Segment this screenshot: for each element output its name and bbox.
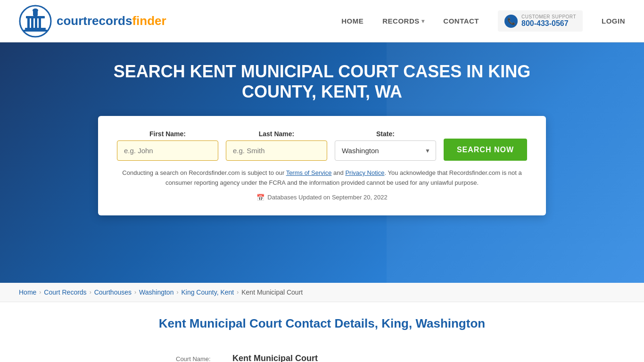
main-nav: HOME RECORDS ▾ CONTACT 📞 CUSTOMER SUPPOR… [341, 10, 625, 32]
terms-link[interactable]: Terms of Service [286, 169, 332, 176]
state-select[interactable]: AlabamaAlaskaArizonaArkansasCaliforniaCo… [335, 140, 436, 161]
first-name-input[interactable] [117, 140, 218, 161]
search-button[interactable]: SEARCH NOW [444, 139, 527, 161]
hero-title: SEARCH KENT MUNICIPAL COURT CASES IN KIN… [98, 61, 546, 102]
breadcrumb-sep-1: › [39, 289, 41, 296]
svg-rect-3 [26, 16, 45, 18]
customer-support[interactable]: 📞 CUSTOMER SUPPORT 800-433-0567 [498, 10, 583, 32]
site-header: courtrecordsfinder HOME RECORDS ▾ CONTAC… [0, 0, 644, 42]
state-group: State: AlabamaAlaskaArizonaArkansasCalif… [335, 130, 436, 161]
svg-rect-7 [39, 18, 41, 28]
nav-records[interactable]: RECORDS ▾ [382, 17, 424, 25]
info-table: Court Name: Kent Municipal Court State: … [176, 345, 468, 362]
privacy-link[interactable]: Privacy Notice [345, 169, 384, 176]
last-name-group: Last Name: [226, 130, 327, 161]
search-fields: First Name: Last Name: State: AlabamaAla… [117, 130, 527, 161]
nav-home[interactable]: HOME [341, 17, 363, 25]
svg-rect-5 [31, 18, 33, 28]
breadcrumb-sep-4: › [176, 289, 178, 296]
first-name-group: First Name: [117, 130, 218, 161]
breadcrumb-sep-2: › [90, 289, 91, 296]
svg-rect-6 [35, 18, 37, 28]
court-name-label: Court Name: [176, 355, 228, 362]
svg-point-2 [33, 8, 38, 12]
breadcrumb-king-county[interactable]: King County, Kent [181, 288, 234, 296]
support-icon: 📞 [504, 15, 518, 28]
disclaimer-text: Conducting a search on Recordsfinder.com… [117, 168, 527, 188]
last-name-label: Last Name: [226, 130, 327, 138]
breadcrumb: Home › Court Records › Courthouses › Was… [0, 283, 644, 302]
search-card: First Name: Last Name: State: AlabamaAla… [98, 116, 546, 215]
svg-rect-4 [27, 18, 30, 28]
breadcrumb-courthouses[interactable]: Courthouses [94, 288, 132, 296]
last-name-input[interactable] [226, 140, 327, 161]
breadcrumb-washington[interactable]: Washington [139, 288, 173, 296]
state-label: State: [335, 130, 436, 138]
nav-contact[interactable]: CONTACT [443, 17, 479, 25]
svg-rect-9 [24, 30, 47, 32]
svg-rect-8 [25, 28, 46, 30]
main-content: Kent Municipal Court Contact Details, Ki… [0, 302, 644, 362]
nav-login[interactable]: LOGIN [602, 17, 625, 25]
support-text: CUSTOMER SUPPORT 800-433-0567 [521, 14, 576, 28]
state-select-wrapper: AlabamaAlaskaArizonaArkansasCaliforniaCo… [335, 140, 436, 161]
breadcrumb-sep-5: › [237, 289, 239, 296]
court-name-row: Court Name: Kent Municipal Court [176, 345, 468, 362]
logo[interactable]: courtrecordsfinder [19, 5, 166, 38]
breadcrumb-court-records[interactable]: Court Records [44, 288, 86, 296]
breadcrumb-current: Kent Municipal Court [241, 288, 303, 296]
db-updated: 📅 Databases Updated on September 20, 202… [117, 194, 527, 201]
court-name-value: Kent Municipal Court [232, 354, 318, 362]
records-chevron: ▾ [421, 18, 425, 25]
calendar-icon: 📅 [256, 194, 264, 201]
breadcrumb-home[interactable]: Home [19, 288, 36, 296]
hero-section: SEARCH KENT MUNICIPAL COURT CASES IN KIN… [0, 42, 644, 283]
first-name-label: First Name: [117, 130, 218, 138]
logo-text: courtrecordsfinder [57, 14, 166, 28]
logo-icon [19, 5, 52, 38]
section-title: Kent Municipal Court Contact Details, Ki… [94, 316, 550, 331]
breadcrumb-sep-3: › [134, 289, 136, 296]
